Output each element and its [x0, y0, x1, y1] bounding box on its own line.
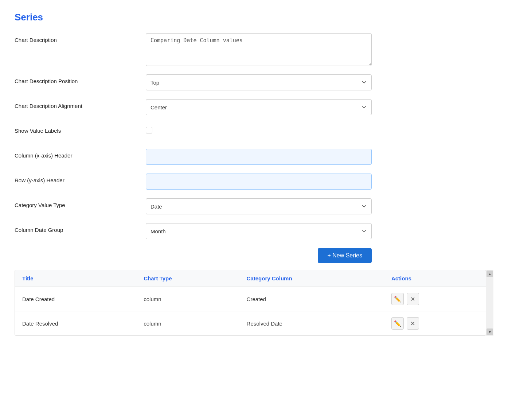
page-title: Series	[15, 12, 493, 23]
column-date-group-control: Day Week Month Quarter Year	[146, 223, 372, 239]
edit-button[interactable]: ✏️	[391, 293, 404, 305]
row-title: Date Created	[15, 287, 136, 311]
chart-description-position-select[interactable]: Top Bottom Left Right	[146, 74, 372, 90]
row-category-column: Resolved Date	[239, 311, 384, 336]
actions-cell: ✏️ ✕	[391, 293, 478, 305]
delete-icon: ✕	[410, 320, 415, 327]
category-value-type-row: Category Value Type Date String Number	[15, 198, 493, 216]
row-actions: ✏️ ✕	[384, 287, 486, 311]
row-yaxis-header-input[interactable]: Y-axis	[146, 174, 372, 190]
column-date-group-label: Column Date Group	[15, 223, 146, 233]
chart-description-label: Chart Description	[15, 33, 146, 43]
scroll-up-button[interactable]: ▲	[486, 271, 493, 277]
series-table: Title Chart Type Category Column Actions…	[15, 270, 486, 335]
show-value-labels-checkbox-wrapper	[146, 124, 372, 133]
col-header-title: Title	[15, 270, 136, 287]
series-table-wrapper: Title Chart Type Category Column Actions…	[15, 270, 486, 336]
row-yaxis-header-control: Y-axis	[146, 174, 372, 190]
col-header-chart-type: Chart Type	[136, 270, 239, 287]
column-date-group-row: Column Date Group Day Week Month Quarter…	[15, 223, 493, 241]
table-header-row: Title Chart Type Category Column Actions	[15, 270, 486, 287]
delete-button[interactable]: ✕	[407, 293, 419, 305]
column-xaxis-header-control: X-axis	[146, 149, 372, 165]
delete-button[interactable]: ✕	[407, 317, 419, 330]
table-row: Date Created column Created ✏️ ✕	[15, 287, 486, 311]
chart-description-control: Comparing Date Column values	[146, 33, 372, 67]
chart-description-alignment-select[interactable]: Left Center Right	[146, 99, 372, 115]
chart-description-alignment-label: Chart Description Alignment	[15, 99, 146, 109]
edit-icon: ✏️	[394, 320, 401, 327]
edit-button[interactable]: ✏️	[391, 317, 404, 330]
show-value-labels-label: Show Value Labels	[15, 124, 146, 134]
column-date-group-select[interactable]: Day Week Month Quarter Year	[146, 223, 372, 239]
row-chart-type: column	[136, 287, 239, 311]
column-xaxis-header-input[interactable]: X-axis	[146, 149, 372, 165]
row-category-column: Created	[239, 287, 384, 311]
column-xaxis-header-row: Column (x-axis) Header X-axis	[15, 149, 493, 166]
new-series-button[interactable]: + New Series	[318, 248, 372, 263]
chart-description-position-label: Chart Description Position	[15, 74, 146, 84]
category-value-type-label: Category Value Type	[15, 198, 146, 208]
show-value-labels-checkbox[interactable]	[146, 127, 152, 133]
table-row: Date Resolved column Resolved Date ✏️ ✕	[15, 311, 486, 336]
chart-description-textarea[interactable]: Comparing Date Column values	[146, 33, 372, 66]
col-header-category-column: Category Column	[239, 270, 384, 287]
category-value-type-control: Date String Number	[146, 198, 372, 214]
show-value-labels-control	[146, 124, 372, 133]
actions-row: + New Series	[15, 248, 372, 263]
chart-description-alignment-row: Chart Description Alignment Left Center …	[15, 99, 493, 117]
column-xaxis-header-label: Column (x-axis) Header	[15, 149, 146, 159]
row-chart-type: column	[136, 311, 239, 336]
col-header-actions: Actions	[384, 270, 486, 287]
row-yaxis-header-label: Row (y-axis) Header	[15, 174, 146, 183]
chart-description-position-row: Chart Description Position Top Bottom Le…	[15, 74, 493, 92]
category-value-type-select[interactable]: Date String Number	[146, 198, 372, 214]
delete-icon: ✕	[410, 296, 415, 303]
chart-description-position-control: Top Bottom Left Right	[146, 74, 372, 90]
row-title: Date Resolved	[15, 311, 136, 336]
scroll-down-button[interactable]: ▼	[486, 328, 493, 335]
series-table-container: Title Chart Type Category Column Actions…	[15, 270, 493, 336]
actions-cell: ✏️ ✕	[391, 317, 478, 330]
row-yaxis-header-row: Row (y-axis) Header Y-axis	[15, 174, 493, 191]
form-section: Chart Description Comparing Date Column …	[15, 33, 493, 241]
table-scrollbar: ▲ ▼	[486, 270, 493, 336]
row-actions: ✏️ ✕	[384, 311, 486, 336]
edit-icon: ✏️	[394, 296, 401, 303]
chart-description-row: Chart Description Comparing Date Column …	[15, 33, 493, 67]
chart-description-alignment-control: Left Center Right	[146, 99, 372, 115]
show-value-labels-row: Show Value Labels	[15, 124, 493, 141]
